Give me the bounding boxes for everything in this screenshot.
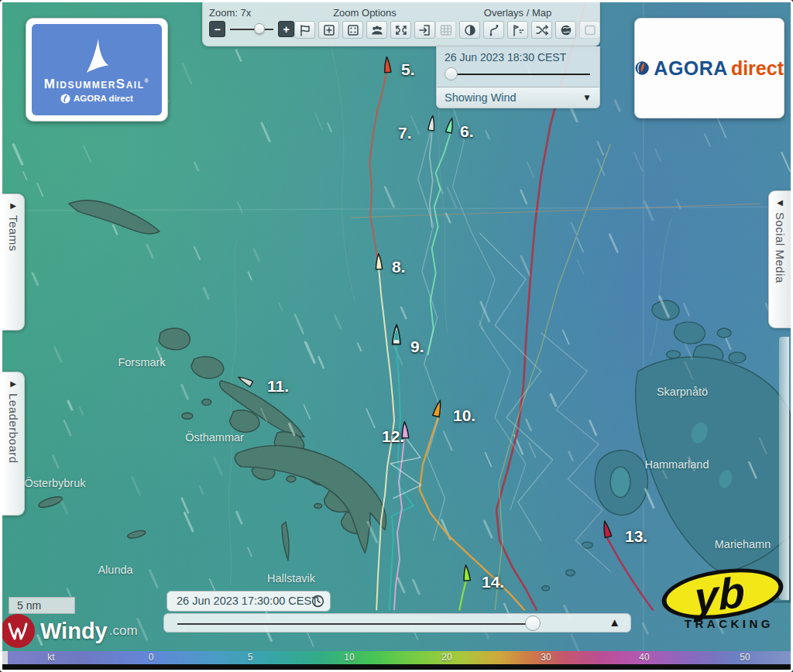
teams-icon[interactable]: [366, 21, 387, 39]
agora-direct-logo-card: AGORAdirect: [634, 18, 784, 118]
legend-grip: [2, 651, 8, 664]
track-boat7: [430, 133, 433, 227]
midsummersail-title: MidsummerSail®: [44, 77, 149, 92]
track-zigzag-12: [390, 437, 421, 498]
boat-markers: [237, 57, 612, 581]
overlay-mode-dropdown[interactable]: Showing Wind ▼: [437, 87, 599, 108]
playback-slider[interactable]: ▲: [163, 613, 631, 633]
legend-tick: 10: [344, 651, 354, 664]
legend-tick: 40: [639, 651, 649, 664]
boat-marker[interactable]: [602, 520, 612, 537]
yb-tracking-label: TRACKING: [685, 617, 774, 630]
zoom-options-group: Zoom Options: [294, 7, 435, 43]
zoom-slider[interactable]: [228, 21, 275, 37]
boat-marker[interactable]: [393, 324, 401, 344]
zoom-in-icon[interactable]: [318, 21, 339, 39]
land-aland: [542, 300, 791, 602]
yb-tracking-logo: yb TRACKING: [657, 566, 791, 633]
track-boat5: [369, 70, 387, 257]
track-faint-3: [541, 333, 610, 571]
zoom-controls: Zoom: 7x − +: [209, 7, 294, 43]
playback-time-label: 26 Jun 2023 17:30:00 CEST: [177, 595, 318, 607]
track-boat14: [459, 582, 465, 610]
wind-speed-legend: kt051020304050: [2, 651, 791, 664]
boat-marker[interactable]: [383, 57, 391, 73]
grid-icon[interactable]: [435, 21, 456, 39]
clock-icon: [311, 595, 324, 608]
expand-right-icon: ▶: [10, 379, 16, 388]
teams-tab[interactable]: ▶ Teams: [2, 194, 25, 331]
map-scale: 5 nm: [9, 597, 75, 614]
track-boat10: [420, 417, 524, 609]
agora-wordmark: AGORAdirect: [654, 57, 784, 80]
globe-icon[interactable]: [555, 21, 576, 39]
leaderboard-tab-label: Leaderboard: [7, 393, 20, 464]
svg-text:yb: yb: [692, 567, 746, 623]
boat-marker[interactable]: [428, 115, 436, 131]
social-media-tab-label: Social Media: [774, 212, 787, 283]
map-toolbar: Zoom: 7x − + Zoom Options Overlays / Map: [202, 2, 600, 46]
legend-tick: kt: [47, 651, 54, 664]
panel-edge-strip: [779, 337, 789, 600]
zoom-in-button[interactable]: +: [278, 21, 294, 37]
zoom-out-button[interactable]: −: [209, 21, 225, 37]
playback-slider-thumb[interactable]: [525, 615, 541, 631]
windy-tld: .com: [109, 623, 138, 639]
legend-tick: 5: [248, 651, 253, 664]
teams-tab-label: Teams: [7, 215, 20, 252]
windy-logo-icon: [0, 613, 36, 649]
chevron-down-icon: ▼: [582, 92, 592, 103]
track-faint-yellow: [495, 145, 610, 610]
wind-time-slider-thumb[interactable]: [445, 67, 458, 81]
wind-time-label: 26 Jun 2023 18:30 CEST: [437, 46, 599, 65]
track-boat13: [607, 538, 653, 609]
playback-time-display: 26 Jun 2023 17:30:00 CEST: [166, 591, 331, 612]
legend-tick: 0: [149, 651, 154, 664]
midsummersail-partner: AGORA direct: [60, 94, 133, 104]
play-button[interactable]: ▲: [609, 615, 620, 629]
zoom-slider-thumb[interactable]: [254, 23, 265, 34]
overlays-group: Overlays / Map: [435, 7, 600, 43]
overlay-mode-label: Showing Wind: [445, 91, 517, 104]
flag-icon[interactable]: [294, 21, 315, 39]
playback-slider-track: [177, 623, 531, 625]
track-faint-2: [479, 233, 552, 540]
boat-marker[interactable]: [462, 565, 470, 581]
zoom-slider-track: [230, 29, 273, 30]
zoom-level-label: Zoom: 7x: [209, 7, 251, 19]
boat-marker[interactable]: [446, 118, 455, 133]
agora-mini-icon: [60, 94, 70, 104]
zoom-options-label: Zoom Options: [333, 7, 396, 19]
wind-time-slider[interactable]: [437, 65, 599, 84]
basemap-icon[interactable]: [579, 21, 600, 39]
windy-logo[interactable]: Windy .com: [4, 613, 138, 649]
follow-icon[interactable]: [414, 21, 435, 39]
legend-tick: 20: [441, 651, 451, 664]
social-media-tab[interactable]: ◀ Social Media: [768, 190, 791, 328]
marks-icon[interactable]: [507, 21, 528, 39]
agora-logo-icon: [635, 54, 649, 82]
track-faint-orange: [350, 204, 760, 218]
expand-right-icon: ▶: [10, 201, 16, 210]
legend-tick: 30: [541, 651, 551, 664]
expand-icon[interactable]: [390, 21, 411, 39]
midsummersail-logo-card: MidsummerSail® AGORA direct: [26, 18, 168, 122]
bottom-bar: [2, 664, 791, 670]
dice-icon[interactable]: [342, 21, 363, 39]
boat-marker[interactable]: [237, 375, 252, 387]
land-sweden: [37, 201, 386, 561]
shuffle-icon[interactable]: [531, 21, 552, 39]
race-tracker-app: ForsmarkÖsthammarÖsterbybrukAlundaHallst…: [0, 0, 793, 672]
midsummersail-sail-icon: [82, 36, 112, 75]
contrast-icon[interactable]: [459, 21, 480, 39]
expand-left-icon: ◀: [777, 198, 783, 207]
leaderboard-tab[interactable]: ▶ Leaderboard: [2, 372, 25, 516]
wind-time-slider-track: [446, 74, 590, 75]
windy-wordmark: Windy: [40, 619, 108, 644]
time-wind-panel: 26 Jun 2023 18:30 CEST Showing Wind ▼: [436, 46, 600, 108]
legend-gradient-bar: [2, 651, 791, 664]
legend-tick: 50: [740, 651, 750, 664]
boat-marker[interactable]: [401, 421, 409, 437]
route-icon[interactable]: [483, 21, 504, 39]
overlays-label: Overlays / Map: [484, 7, 551, 19]
